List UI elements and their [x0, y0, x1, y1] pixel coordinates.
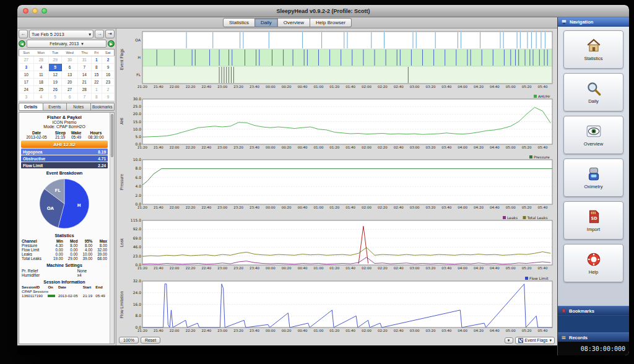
svg-text:46.0: 46.0 [133, 245, 142, 249]
bookmarks-header[interactable]: Bookmarks [558, 306, 629, 315]
svg-text:4.0: 4.0 [135, 184, 141, 188]
svg-text:02:40: 02:40 [394, 206, 404, 209]
details-scrollbar[interactable] [110, 113, 114, 344]
svg-text:22:00: 22:00 [170, 266, 180, 270]
magnifier-icon [586, 80, 602, 97]
records-header[interactable]: Records [558, 332, 629, 342]
svg-text:05:00: 05:00 [506, 206, 516, 209]
calendar-day[interactable]: 6 [62, 64, 78, 71]
event-flags-dropdown[interactable]: Event Flags ▾ [515, 337, 555, 344]
machine-model: ICON Premo [21, 120, 108, 124]
minimize-button[interactable] [32, 8, 38, 14]
calendar-day[interactable]: 22 [91, 79, 102, 86]
svg-text:FL: FL [55, 188, 61, 193]
session-time-display: 08:30:00:000 [558, 342, 629, 355]
nav-button-import[interactable]: SDImport [563, 201, 623, 240]
calendar-day[interactable]: 9 [102, 64, 114, 71]
calendar-day[interactable]: 2 [102, 86, 114, 93]
calendar-day[interactable]: 18 [33, 79, 49, 86]
calendar-day-header: Mon [33, 50, 49, 56]
prev-day-button[interactable]: ← [19, 30, 28, 38]
close-button[interactable] [23, 8, 28, 14]
svg-text:01:20: 01:20 [329, 145, 339, 149]
next-day-button[interactable]: → [95, 30, 104, 38]
detail-tab-details[interactable]: Details [19, 103, 43, 111]
detail-tab-events[interactable]: Events [43, 103, 67, 111]
calendar-day[interactable]: 31 [77, 56, 91, 64]
calendar-day[interactable]: 1 [91, 56, 102, 64]
nav-button-oximetry[interactable]: Oximetry [563, 158, 623, 197]
calendar-day[interactable]: 27 [62, 86, 78, 93]
nav-button-help[interactable]: Help [563, 244, 623, 282]
tab-statistics[interactable]: Statistics [223, 18, 255, 27]
calendar-day[interactable]: 11 [33, 71, 49, 79]
calendar-day[interactable]: 16 [102, 71, 114, 79]
calendar-day[interactable]: 9 [102, 93, 114, 101]
reset-button[interactable]: Reset [141, 337, 160, 344]
svg-text:23:20: 23:20 [233, 206, 243, 209]
tab-help-browser[interactable]: Help Browser [310, 18, 352, 27]
detail-tab-notes[interactable]: Notes [67, 103, 91, 111]
calendar-day[interactable]: 7 [77, 64, 91, 71]
calendar-day[interactable]: 24 [19, 86, 34, 93]
calendar-day[interactable]: 10 [19, 71, 34, 79]
svg-text:02:00: 02:00 [362, 206, 371, 209]
nav-button-statistics[interactable]: Statistics [563, 30, 623, 69]
month-select[interactable]: February, 2013 ▾ [27, 40, 106, 48]
next-month-button[interactable]: ▶ [108, 40, 115, 47]
filter-button[interactable]: ▼ [505, 337, 513, 344]
calendar-day[interactable]: 12 [49, 71, 62, 79]
calendar-day[interactable]: 13 [62, 71, 78, 79]
chart-ylabel: AHI [118, 93, 125, 150]
calendar-day[interactable]: 26 [49, 86, 62, 93]
zoom-window-button[interactable] [41, 8, 47, 14]
calendar-day[interactable]: 19 [49, 79, 62, 86]
titlebar[interactable]: SleepyHead v0.9.2-2 (Profile: Scott) [17, 5, 629, 17]
calendar-day[interactable]: 20 [62, 79, 78, 86]
calendar-day[interactable]: 3 [19, 93, 34, 101]
calendar-day[interactable]: 5 [49, 64, 62, 71]
latest-day-button[interactable]: ⇥ [105, 30, 115, 38]
tab-daily[interactable]: Daily [255, 18, 278, 27]
chart-svg-leak: 0.023.046.069.092.0115.0Total LeaksLeaks… [125, 214, 556, 271]
calendar-day[interactable]: 17 [19, 79, 34, 86]
calendar-day[interactable]: 3 [19, 64, 34, 71]
calendar-day[interactable]: 15 [91, 71, 102, 79]
calendar-day[interactable]: 8 [91, 64, 102, 71]
calendar-day[interactable]: 21 [77, 79, 91, 86]
bookmark-icon [561, 308, 567, 314]
calendar-day[interactable]: 8 [91, 93, 102, 101]
svg-text:22:00: 22:00 [170, 145, 180, 149]
detail-tab-bookmarks[interactable]: Bookmarks [91, 103, 115, 111]
svg-text:03:00: 03:00 [410, 145, 420, 149]
tab-overview[interactable]: Overview [278, 18, 310, 27]
calendar-day[interactable]: 27 [19, 56, 34, 64]
scrollbar-thumb[interactable] [111, 114, 113, 157]
svg-text:25.0: 25.0 [133, 104, 142, 108]
chart-leak: Leak 0.023.046.069.092.0115.0Total Leaks… [118, 214, 556, 271]
calendar-day[interactable]: 14 [77, 71, 91, 79]
calendar-day[interactable]: 5 [49, 93, 62, 101]
calendar-day[interactable]: 2 [102, 56, 114, 64]
date-select[interactable]: Tue Feb 5 2013 ▾ [29, 30, 93, 38]
calendar-day[interactable]: 28 [77, 86, 91, 93]
chart-plot-flow-limitation[interactable]: 0.08.016.024.032.0Flow Limit21:2021:4022… [125, 275, 556, 334]
calendar-day[interactable]: 29 [49, 56, 62, 64]
calendar-day[interactable]: 7 [77, 93, 91, 101]
calendar-day[interactable]: 30 [62, 56, 78, 64]
calendar-day[interactable]: 4 [33, 93, 49, 101]
calendar-day[interactable]: 28 [33, 56, 49, 64]
chart-plot-ahi[interactable]: 0.05.010.015.020.025.030.0AHI/Hr21:2021:… [125, 93, 556, 150]
chart-plot-event-flags[interactable]: OAHFL21:2021:4022:0022:2022:4023:0023:20… [125, 30, 556, 89]
calendar-day[interactable]: 23 [102, 79, 114, 86]
calendar-day[interactable]: 6 [62, 93, 78, 101]
chart-plot-leak[interactable]: 0.023.046.069.092.0115.0Total LeaksLeaks… [125, 214, 556, 271]
nav-button-overview[interactable]: Overview [563, 116, 623, 154]
calendar-day[interactable]: 1 [91, 86, 102, 93]
calendar-day[interactable]: 4 [33, 64, 49, 71]
zoom-100-button[interactable]: 100% [119, 337, 139, 344]
calendar-day[interactable]: 25 [33, 86, 49, 93]
prev-month-button[interactable]: ◀ [19, 40, 25, 47]
chart-plot-pressure[interactable]: 0.02.04.06.08.010.0Pressure21:2021:4022:… [125, 154, 556, 210]
nav-button-daily[interactable]: Daily [563, 73, 623, 111]
